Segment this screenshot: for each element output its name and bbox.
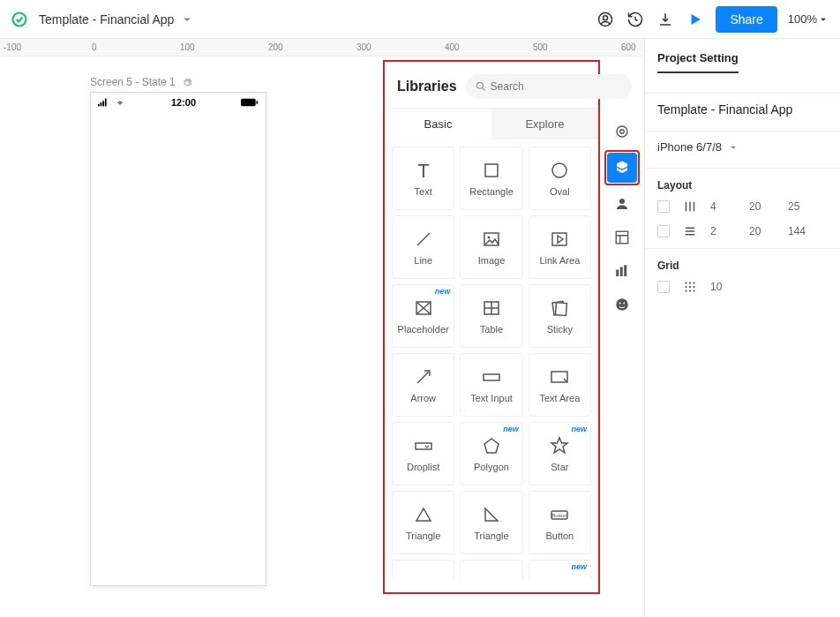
- svg-point-43: [619, 303, 621, 305]
- wifi-icon: [114, 98, 126, 107]
- layout-val[interactable]: 20: [749, 200, 776, 213]
- ruler-horizontal: -100 0 100 200 300 400 500 600: [0, 39, 644, 56]
- component-textarea[interactable]: Text Area: [529, 353, 591, 417]
- components-tool[interactable]: [607, 153, 637, 183]
- component-label: Table: [480, 324, 503, 335]
- linkarea-icon: [549, 229, 570, 250]
- svg-rect-40: [620, 267, 623, 277]
- textinput-icon: [481, 366, 502, 388]
- component-textinput[interactable]: Text Input: [460, 353, 522, 417]
- window-icon: [481, 578, 502, 579]
- svg-rect-38: [616, 231, 628, 244]
- svg-rect-41: [624, 265, 626, 276]
- svg-line-21: [417, 372, 429, 383]
- libraries-title: Libraries: [397, 79, 457, 94]
- layout-row: 4 20 25: [657, 199, 828, 214]
- tab-basic[interactable]: Basic: [385, 109, 491, 139]
- ruler-tick: 300: [356, 42, 371, 52]
- component-label: Line: [414, 255, 432, 266]
- placeholder-icon: [413, 297, 434, 319]
- layout-val[interactable]: 144: [788, 225, 814, 237]
- project-name[interactable]: Template - Financial App: [657, 102, 828, 117]
- component-arrow[interactable]: Arrow: [392, 353, 454, 417]
- component-star[interactable]: newStar: [529, 422, 591, 485]
- history-icon[interactable]: [620, 4, 650, 34]
- component-label: Oval: [550, 186, 570, 197]
- oval-icon: [549, 160, 570, 181]
- svg-text:T: T: [417, 160, 429, 181]
- component-polygon[interactable]: newPolygon: [460, 422, 522, 485]
- component-image[interactable]: Image: [460, 215, 522, 279]
- svg-point-45: [685, 282, 686, 283]
- ruler-tick: 400: [445, 42, 460, 52]
- screen-label[interactable]: Screen 5 - State 1: [90, 76, 192, 88]
- search-icon: [475, 80, 487, 93]
- grid-val[interactable]: 10: [710, 281, 737, 293]
- device-select[interactable]: iPhone 6/7/8: [657, 140, 828, 154]
- gear-icon[interactable]: [182, 78, 192, 88]
- component-sticky[interactable]: Sticky: [529, 284, 591, 348]
- layout-val[interactable]: 2: [710, 225, 737, 237]
- user-tool[interactable]: [607, 189, 637, 219]
- component-triangle[interactable]: Triangle: [392, 491, 454, 554]
- device-select-value: iPhone 6/7/8: [657, 140, 722, 154]
- component-triangle-r[interactable]: Triangle: [460, 491, 522, 554]
- tab-explore[interactable]: Explore: [491, 109, 598, 139]
- svg-point-37: [619, 199, 625, 204]
- component-oval[interactable]: Oval: [529, 147, 591, 210]
- component-window[interactable]: [460, 560, 522, 579]
- component-droplist[interactable]: Droplist: [392, 422, 454, 485]
- target-tool[interactable]: [607, 117, 637, 147]
- search-input[interactable]: [491, 80, 623, 93]
- emoji-tool[interactable]: [607, 290, 637, 320]
- device-frame[interactable]: 12:00: [90, 92, 266, 586]
- share-button[interactable]: Share: [716, 6, 776, 33]
- component-carousel[interactable]: [392, 560, 454, 579]
- search-box[interactable]: [466, 74, 632, 99]
- sticky-icon: [549, 297, 570, 319]
- component-linkarea[interactable]: Link Area: [529, 215, 591, 279]
- layout-val[interactable]: 20: [749, 225, 776, 237]
- component-rect[interactable]: Rectangle: [460, 147, 522, 210]
- svg-point-12: [552, 163, 566, 177]
- project-title[interactable]: Template - Financial App: [39, 12, 174, 26]
- svg-rect-5: [102, 101, 104, 106]
- component-table[interactable]: Table: [460, 284, 522, 348]
- component-line[interactable]: Line: [392, 215, 454, 279]
- zoom-level[interactable]: 100%: [788, 12, 829, 26]
- assets-tool[interactable]: [607, 256, 637, 286]
- component-label: Triangle: [406, 530, 440, 541]
- layout-checkbox[interactable]: [657, 200, 670, 213]
- canvas[interactable]: Screen 5 - State 1 12:00 Libraries Basic…: [0, 56, 644, 617]
- svg-marker-28: [485, 508, 498, 521]
- layout-val[interactable]: 4: [710, 200, 737, 213]
- grid-checkbox[interactable]: [657, 281, 670, 293]
- svg-rect-39: [616, 270, 619, 277]
- layout-tool[interactable]: [607, 222, 637, 252]
- screen-label-text: Screen 5 - State 1: [90, 76, 176, 88]
- triangle-r-icon: [481, 504, 502, 525]
- component-button[interactable]: ButtonButton: [529, 491, 591, 554]
- component-placeholder[interactable]: newPlaceholder: [392, 284, 454, 348]
- layout-row: 2 20 144: [657, 223, 828, 239]
- caret-down-icon: [817, 13, 829, 26]
- user-icon[interactable]: [590, 4, 620, 34]
- layout-checkbox[interactable]: [657, 225, 670, 237]
- component-video[interactable]: new: [529, 560, 591, 579]
- component-label: Text Area: [539, 393, 580, 403]
- svg-point-15: [487, 237, 490, 239]
- layout-val[interactable]: 25: [788, 200, 814, 213]
- svg-point-44: [623, 303, 625, 305]
- right-panel: Project Setting Template - Financial App…: [644, 39, 840, 617]
- grid-row: 10: [657, 279, 828, 295]
- play-icon[interactable]: [680, 4, 710, 34]
- component-label: Droplist: [407, 462, 439, 472]
- polygon-icon: [481, 435, 502, 456]
- caret-down-icon[interactable]: [179, 11, 195, 27]
- arrow-icon: [413, 366, 434, 388]
- image-icon: [481, 229, 502, 250]
- libraries-panel: Libraries Basic Explore TTextRectangleOv…: [383, 60, 600, 594]
- svg-point-9: [476, 82, 483, 88]
- component-text[interactable]: TText: [392, 147, 454, 210]
- download-icon[interactable]: [650, 4, 680, 34]
